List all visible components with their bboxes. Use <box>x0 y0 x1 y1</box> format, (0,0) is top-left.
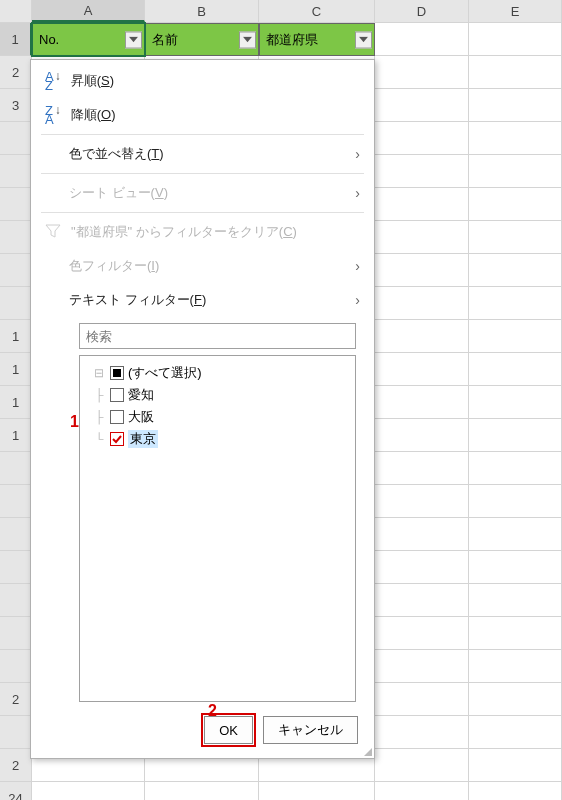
ok-button[interactable]: OK <box>204 716 253 744</box>
column-headers: A B C D E <box>0 0 562 23</box>
separator <box>41 134 364 135</box>
row-headers: 1 2 3 1 1 1 1 2 2 24 <box>0 23 32 800</box>
checkbox[interactable] <box>110 388 124 402</box>
col-header-A[interactable]: A <box>32 0 145 22</box>
header-cell-name[interactable]: 名前 <box>145 23 259 56</box>
header-label: 都道府県 <box>266 31 318 49</box>
row-header[interactable]: 1 <box>0 353 32 386</box>
row-header[interactable] <box>0 551 32 584</box>
color-filter: 色フィルター(I) › <box>31 249 374 283</box>
header-cell-pref[interactable]: 都道府県 <box>259 23 375 56</box>
row-header[interactable] <box>0 584 32 617</box>
chevron-right-icon: › <box>355 185 360 201</box>
row-header[interactable]: 2 <box>0 683 32 716</box>
sort-desc-icon: ZA↓ <box>45 106 61 124</box>
filter-search-input[interactable] <box>79 323 356 349</box>
col-header-B[interactable]: B <box>145 0 259 22</box>
header-label: No. <box>39 32 59 47</box>
sort-by-color[interactable]: 色で並べ替え(T) › <box>31 137 374 171</box>
filter-values-tree[interactable]: ⊟ (すべて選択) ├ 愛知 ├ 大阪 └ 東京 <box>79 355 356 702</box>
dialog-buttons: OK キャンセル <box>31 708 374 754</box>
text-filter[interactable]: テキスト フィルター(F) › <box>31 283 374 317</box>
row-header[interactable] <box>0 188 32 221</box>
filter-item[interactable]: └ 東京 <box>84 428 351 450</box>
filter-item[interactable]: ├ 愛知 <box>84 384 351 406</box>
row-header[interactable]: 24 <box>0 782 32 800</box>
filter-button[interactable] <box>239 31 256 48</box>
row-header[interactable] <box>0 716 32 749</box>
filter-item-label: (すべて選択) <box>128 364 202 382</box>
row-header[interactable] <box>0 221 32 254</box>
filter-item[interactable]: ├ 大阪 <box>84 406 351 428</box>
sheet-view: シート ビュー(V) › <box>31 176 374 210</box>
col-header-E[interactable]: E <box>469 0 562 22</box>
select-all-corner[interactable] <box>0 0 32 22</box>
col-header-C[interactable]: C <box>259 0 375 22</box>
funnel-clear-icon <box>45 224 61 241</box>
cancel-button[interactable]: キャンセル <box>263 716 358 744</box>
row-header[interactable]: 1 <box>0 320 32 353</box>
filter-button[interactable] <box>125 31 142 48</box>
col-header-D[interactable]: D <box>375 0 469 22</box>
row-header[interactable] <box>0 650 32 683</box>
row-header[interactable] <box>0 617 32 650</box>
row-header[interactable] <box>0 287 32 320</box>
row-header[interactable] <box>0 518 32 551</box>
checkbox-checked[interactable] <box>110 432 124 446</box>
row-header[interactable]: 3 <box>0 89 32 122</box>
annotation-1: 1 <box>70 413 79 431</box>
checkbox-indeterminate[interactable] <box>110 366 124 380</box>
resize-grip[interactable] <box>360 744 372 756</box>
filter-item-select-all[interactable]: ⊟ (すべて選択) <box>84 362 351 384</box>
header-label: 名前 <box>152 31 178 49</box>
separator <box>41 212 364 213</box>
cell[interactable] <box>375 23 469 56</box>
clear-filter: "都道府県" からフィルターをクリア(C) <box>31 215 374 249</box>
filter-dropdown: AZ↓ 昇順(S) ZA↓ 降順(O) 色で並べ替え(T) › シート ビュー(… <box>30 59 375 759</box>
row-header[interactable] <box>0 452 32 485</box>
row-header[interactable] <box>0 254 32 287</box>
chevron-right-icon: › <box>355 146 360 162</box>
filter-item-label: 大阪 <box>128 408 154 426</box>
cell[interactable] <box>469 23 562 56</box>
chevron-right-icon: › <box>355 258 360 274</box>
row-header[interactable]: 1 <box>0 386 32 419</box>
row-header[interactable]: 1 <box>0 23 32 56</box>
filter-button[interactable] <box>355 31 372 48</box>
row-header[interactable] <box>0 122 32 155</box>
row-header[interactable] <box>0 485 32 518</box>
annotation-2: 2 <box>208 702 217 720</box>
filter-item-label: 愛知 <box>128 386 154 404</box>
row-header[interactable]: 1 <box>0 419 32 452</box>
row-header[interactable]: 2 <box>0 56 32 89</box>
row-header[interactable] <box>0 155 32 188</box>
chevron-right-icon: › <box>355 292 360 308</box>
row-header[interactable]: 2 <box>0 749 32 782</box>
filter-item-label: 東京 <box>128 430 158 448</box>
sort-ascending[interactable]: AZ↓ 昇順(S) <box>31 64 374 98</box>
sort-asc-icon: AZ↓ <box>45 72 61 90</box>
separator <box>41 173 364 174</box>
checkbox[interactable] <box>110 410 124 424</box>
sort-descending[interactable]: ZA↓ 降順(O) <box>31 98 374 132</box>
header-cell-no[interactable]: No. <box>32 23 145 56</box>
